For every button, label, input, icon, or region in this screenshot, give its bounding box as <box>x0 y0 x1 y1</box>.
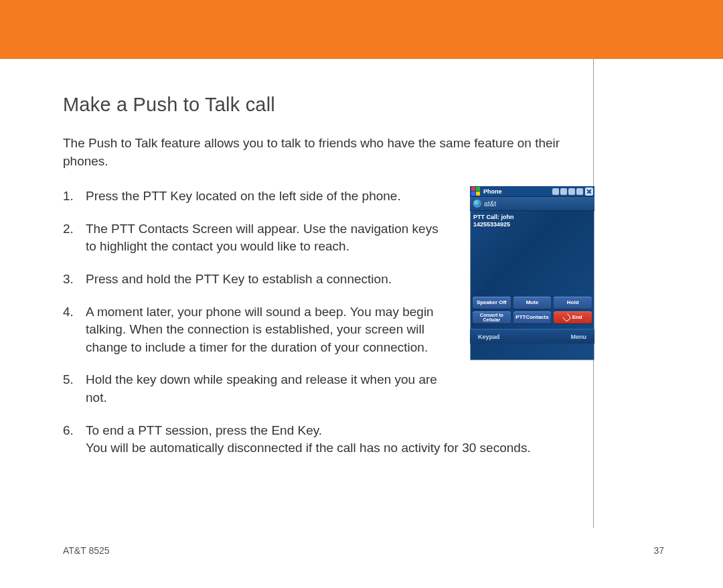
convert-line2: Cellular <box>483 317 500 322</box>
ptt-contacts-button[interactable]: PTTContacts <box>513 311 552 323</box>
end-call-button[interactable]: End <box>554 311 592 323</box>
phone-softkey-bar: Keypad Menu <box>470 329 594 344</box>
phone-brand-bar: at&t <box>470 197 594 211</box>
step-item: Press and hold the PTT Key to establish … <box>63 271 447 289</box>
step-item: Hold the key down while speaking and rel… <box>63 371 447 407</box>
phone-body: PTT Call: john 14255334925 Speaker Off M… <box>470 211 594 329</box>
softkey-left[interactable]: Keypad <box>478 334 500 340</box>
phone-hangup-icon <box>562 313 571 321</box>
page-footer: AT&T 8525 37 <box>63 545 664 556</box>
close-icon[interactable] <box>585 188 593 196</box>
phone-buttons: Speaker Off Mute Hold Convert to Cellula… <box>470 295 594 329</box>
speaker-off-button[interactable]: Speaker Off <box>473 297 511 309</box>
convert-line1: Convert to <box>480 313 503 317</box>
att-globe-icon <box>473 200 481 208</box>
step-item: A moment later, your phone will sound a … <box>63 303 447 357</box>
call-info: PTT Call: john 14255334925 <box>473 214 591 228</box>
signal-icon <box>568 188 575 195</box>
phone-titlebar-label: Phone <box>483 188 551 195</box>
step-item: Press the PTT Key located on the left si… <box>63 188 447 206</box>
top-banner <box>0 0 723 59</box>
phone-titlebar: Phone <box>470 186 594 197</box>
windows-start-icon[interactable] <box>471 187 481 196</box>
footer-page-number: 37 <box>653 545 664 556</box>
phone-brand-label: at&t <box>484 200 497 208</box>
softkey-right[interactable]: Menu <box>571 334 587 340</box>
phone-screenshot: Phone at&t PTT Call: john 14255334925 Sp… <box>470 186 594 360</box>
intro-paragraph: The Push to Talk feature allows you to t… <box>63 135 593 170</box>
call-label: PTT Call: john <box>473 214 591 221</box>
mute-button[interactable]: Mute <box>513 297 552 309</box>
sync-icon <box>560 188 567 195</box>
page-title: Make a Push to Talk call <box>63 94 593 116</box>
hold-button[interactable]: Hold <box>554 297 592 309</box>
end-label: End <box>572 315 582 320</box>
status-icon <box>552 188 559 195</box>
footer-model: AT&T 8525 <box>63 545 110 556</box>
volume-icon <box>576 188 583 195</box>
step-item: The PTT Contacts Screen will appear. Use… <box>63 220 447 256</box>
call-number: 14255334925 <box>473 221 591 228</box>
step-item: To end a PTT session, press the End Key.… <box>63 422 593 457</box>
convert-to-cellular-button[interactable]: Convert to Cellular <box>473 311 511 323</box>
